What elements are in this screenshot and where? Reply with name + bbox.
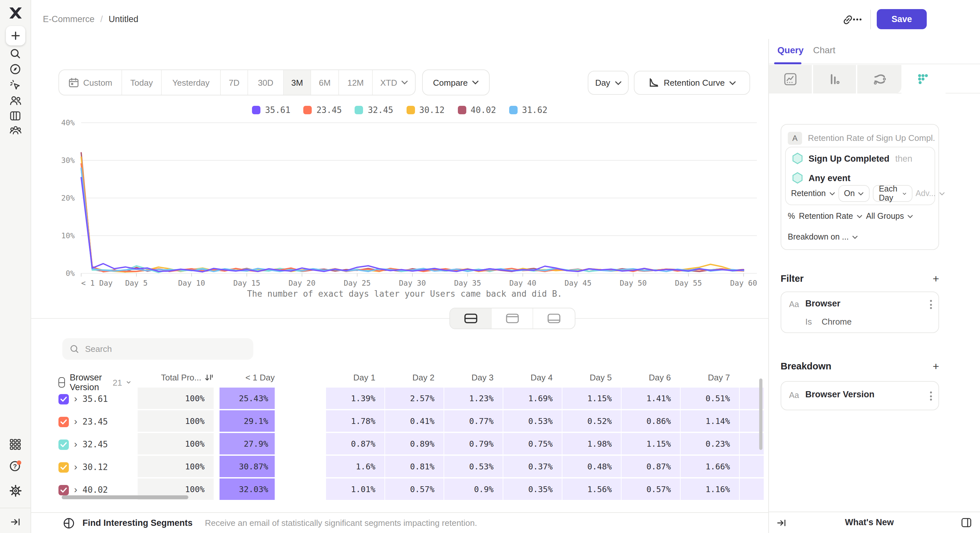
event-a-row[interactable]: Sign Up Completed then — [792, 152, 912, 164]
mixpanel-logo-icon[interactable] — [8, 5, 23, 21]
filter-kebab-menu-icon[interactable] — [930, 300, 932, 309]
day-column-header[interactable]: Day 4 — [503, 373, 553, 382]
range-3m[interactable]: 3M — [284, 70, 311, 95]
retention-cell[interactable]: 0.41% — [385, 410, 444, 432]
tab-chart[interactable]: Chart — [813, 45, 835, 55]
on-dropdown[interactable]: On — [838, 185, 870, 202]
whats-new-link[interactable]: What's New — [845, 517, 894, 527]
event-b-row[interactable]: Any event — [792, 172, 850, 184]
table-only-view-button[interactable] — [533, 308, 575, 328]
day-column-header[interactable]: Day 5 — [562, 373, 612, 382]
compare-button[interactable]: Compare — [422, 70, 490, 95]
row-checkbox[interactable] — [59, 394, 69, 404]
horizontal-scrollbar[interactable] — [62, 495, 188, 499]
add-filter-button[interactable]: + — [932, 273, 939, 284]
tab-query[interactable]: Query — [777, 45, 804, 55]
legend-item[interactable]: 32.45 — [355, 105, 393, 115]
retention-cell[interactable]: 1.6% — [325, 456, 385, 478]
chart-canvas[interactable]: 40%30%20%10%0%< 1 DayDay 5Day 10Day 15Da… — [31, 97, 768, 306]
retention-cell[interactable]: 1.01% — [325, 479, 385, 501]
retention-cell[interactable]: 30.87% — [219, 456, 275, 478]
day-column-header[interactable]: Day 1 — [325, 373, 375, 382]
retention-cell[interactable]: 1.98% — [562, 433, 621, 455]
cohorts-icon[interactable] — [8, 123, 23, 138]
chart-only-view-button[interactable] — [492, 308, 533, 328]
range-yesterday[interactable]: Yesterday — [162, 70, 221, 95]
advanced-dropdown[interactable]: Adv... — [915, 189, 945, 198]
retention-cell[interactable]: 2.57% — [385, 387, 444, 410]
retention-cell[interactable]: 0.53% — [503, 410, 562, 432]
retention-cell[interactable]: 1.56% — [562, 479, 621, 501]
retention-cell[interactable]: 32.03% — [219, 479, 275, 501]
expand-chevron-icon[interactable]: › — [74, 462, 77, 473]
row-checkbox[interactable] — [59, 462, 69, 472]
apps-grid-icon[interactable] — [8, 436, 23, 452]
retention-cell[interactable]: 0.75% — [503, 433, 562, 455]
query-step-title[interactable]: Retention Rate of Sign Up Compl... — [808, 133, 935, 143]
layout-columns-icon[interactable] — [961, 517, 972, 528]
search-input[interactable] — [85, 344, 234, 354]
collapse-sidebar-icon[interactable] — [8, 514, 23, 530]
day-column-header[interactable]: Day 2 — [385, 373, 434, 382]
first-day-column-header[interactable]: < 1 Day — [219, 373, 275, 382]
collapse-panel-icon[interactable] — [776, 517, 787, 528]
retention-cell[interactable]: 0.89% — [385, 433, 444, 455]
filter-card[interactable]: Aa Browser Is Chrome — [781, 292, 939, 333]
retention-cell[interactable]: 1.23% — [444, 387, 503, 410]
row-toggle[interactable]: ›35.61 — [59, 387, 108, 410]
range-6m[interactable]: 6M — [311, 70, 339, 95]
measure-dropdown[interactable]: Retention Rate — [799, 212, 862, 221]
settings-gear-icon[interactable] — [8, 483, 23, 498]
breakdown-kebab-menu-icon[interactable] — [930, 392, 932, 401]
retention-dots-icon[interactable] — [901, 65, 946, 94]
day-column-header[interactable]: Day 7 — [680, 373, 730, 382]
row-checkbox[interactable] — [59, 485, 69, 495]
expand-chevron-icon[interactable]: › — [74, 416, 77, 427]
vertical-scrollbar[interactable] — [759, 379, 762, 450]
legend-item[interactable]: 23.45 — [303, 105, 342, 115]
expand-chevron-icon[interactable]: › — [74, 393, 77, 405]
find-segments-label[interactable]: Find Interesting Segments — [83, 518, 192, 528]
granularity-dropdown[interactable]: Day — [588, 71, 628, 95]
chart-type-dropdown[interactable]: Retention Curve — [634, 71, 750, 95]
retention-cell[interactable]: 1.69% — [503, 387, 562, 410]
retention-cell[interactable]: 0.77% — [444, 410, 503, 432]
retention-cell[interactable]: 25.43% — [219, 387, 275, 410]
row-checkbox[interactable] — [59, 439, 69, 450]
range-today[interactable]: Today — [122, 70, 162, 95]
groups-dropdown[interactable]: All Groups — [866, 212, 913, 221]
retention-cell[interactable]: 0.37% — [503, 456, 562, 478]
split-view-button[interactable] — [450, 308, 492, 328]
add-breakdown-button[interactable]: + — [932, 361, 939, 372]
retention-cell[interactable]: 1.15% — [621, 433, 680, 455]
select-all-checkbox[interactable] — [59, 377, 65, 387]
retention-cell[interactable]: 1.66% — [680, 456, 739, 478]
retention-cell[interactable]: 29.1% — [219, 410, 275, 432]
help-icon[interactable]: ? — [8, 458, 23, 474]
retention-cell[interactable]: 1.2% — [739, 456, 764, 478]
table-search-box[interactable] — [62, 338, 253, 360]
expand-chevron-icon[interactable]: › — [74, 484, 77, 495]
retention-cell[interactable]: 0.57% — [621, 479, 680, 501]
legend-item[interactable]: 30.12 — [406, 105, 445, 115]
breakdown-card[interactable]: Aa Browser Version — [781, 381, 939, 410]
retention-cell[interactable]: 0.81% — [385, 456, 444, 478]
retention-cell[interactable]: 0.87% — [325, 433, 385, 455]
range-7d[interactable]: 7D — [221, 70, 248, 95]
retention-cell[interactable]: 0.23% — [680, 433, 739, 455]
breadcrumb-board[interactable]: E-Commerce — [43, 14, 94, 24]
retention-cell[interactable]: 0.87% — [621, 456, 680, 478]
retention-cell[interactable]: 1.78% — [325, 410, 385, 432]
range-xtd[interactable]: XTD — [373, 70, 415, 95]
retention-cell[interactable]: 1.39% — [325, 387, 385, 410]
row-toggle[interactable]: ›30.12 — [59, 456, 108, 479]
total-column-header[interactable]: Total Pro... — [137, 373, 214, 382]
row-toggle[interactable]: ›23.45 — [59, 410, 108, 433]
retention-cell[interactable]: 0.51% — [680, 387, 739, 410]
retention-cell[interactable]: 0.9% — [444, 479, 503, 501]
range-custom[interactable]: Custom — [59, 70, 122, 95]
retention-cell[interactable]: 0.57% — [385, 479, 444, 501]
retention-cell[interactable]: 0.53% — [444, 456, 503, 478]
retention-cell[interactable]: 1.14% — [680, 410, 739, 432]
breakdown-on-dropdown[interactable]: Breakdown on ... — [788, 232, 858, 241]
